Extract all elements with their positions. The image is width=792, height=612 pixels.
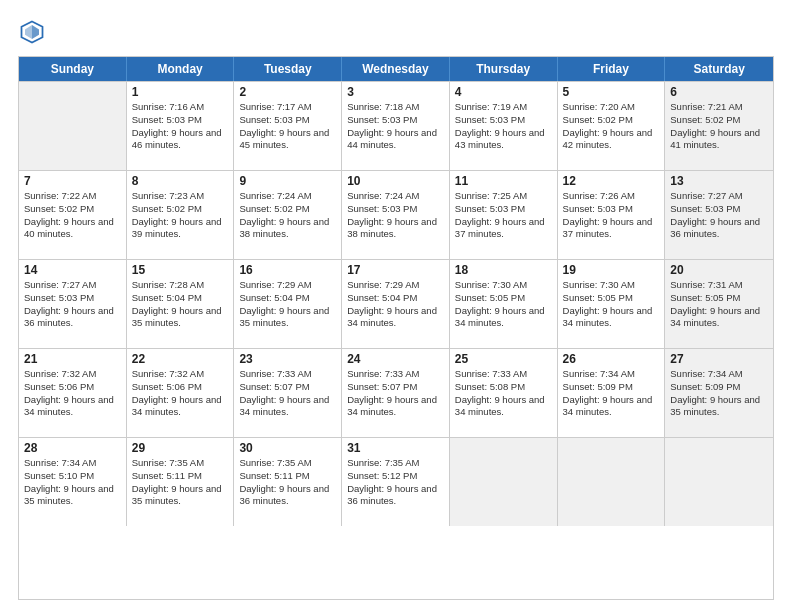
calendar-cell: 26Sunrise: 7:34 AM Sunset: 5:09 PM Dayli… [558, 349, 666, 437]
calendar-cell: 30Sunrise: 7:35 AM Sunset: 5:11 PM Dayli… [234, 438, 342, 526]
cell-info: Sunrise: 7:23 AM Sunset: 5:02 PM Dayligh… [132, 190, 229, 241]
cell-info: Sunrise: 7:32 AM Sunset: 5:06 PM Dayligh… [132, 368, 229, 419]
calendar-cell [558, 438, 666, 526]
cell-info: Sunrise: 7:21 AM Sunset: 5:02 PM Dayligh… [670, 101, 768, 152]
calendar-cell: 18Sunrise: 7:30 AM Sunset: 5:05 PM Dayli… [450, 260, 558, 348]
day-number: 14 [24, 263, 121, 277]
header-cell-friday: Friday [558, 57, 666, 81]
day-number: 21 [24, 352, 121, 366]
day-number: 6 [670, 85, 768, 99]
cell-info: Sunrise: 7:35 AM Sunset: 5:12 PM Dayligh… [347, 457, 444, 508]
day-number: 12 [563, 174, 660, 188]
day-number: 5 [563, 85, 660, 99]
cell-info: Sunrise: 7:32 AM Sunset: 5:06 PM Dayligh… [24, 368, 121, 419]
calendar-cell: 29Sunrise: 7:35 AM Sunset: 5:11 PM Dayli… [127, 438, 235, 526]
calendar-cell: 9Sunrise: 7:24 AM Sunset: 5:02 PM Daylig… [234, 171, 342, 259]
day-number: 30 [239, 441, 336, 455]
day-number: 20 [670, 263, 768, 277]
calendar-cell: 13Sunrise: 7:27 AM Sunset: 5:03 PM Dayli… [665, 171, 773, 259]
cell-info: Sunrise: 7:34 AM Sunset: 5:10 PM Dayligh… [24, 457, 121, 508]
cell-info: Sunrise: 7:30 AM Sunset: 5:05 PM Dayligh… [455, 279, 552, 330]
day-number: 24 [347, 352, 444, 366]
calendar-cell: 8Sunrise: 7:23 AM Sunset: 5:02 PM Daylig… [127, 171, 235, 259]
calendar-cell: 15Sunrise: 7:28 AM Sunset: 5:04 PM Dayli… [127, 260, 235, 348]
cell-info: Sunrise: 7:27 AM Sunset: 5:03 PM Dayligh… [670, 190, 768, 241]
cell-info: Sunrise: 7:25 AM Sunset: 5:03 PM Dayligh… [455, 190, 552, 241]
calendar-cell: 1Sunrise: 7:16 AM Sunset: 5:03 PM Daylig… [127, 82, 235, 170]
day-number: 15 [132, 263, 229, 277]
day-number: 19 [563, 263, 660, 277]
calendar-row-2: 14Sunrise: 7:27 AM Sunset: 5:03 PM Dayli… [19, 259, 773, 348]
day-number: 9 [239, 174, 336, 188]
cell-info: Sunrise: 7:18 AM Sunset: 5:03 PM Dayligh… [347, 101, 444, 152]
logo [18, 18, 50, 46]
calendar-cell: 25Sunrise: 7:33 AM Sunset: 5:08 PM Dayli… [450, 349, 558, 437]
cell-info: Sunrise: 7:27 AM Sunset: 5:03 PM Dayligh… [24, 279, 121, 330]
cell-info: Sunrise: 7:19 AM Sunset: 5:03 PM Dayligh… [455, 101, 552, 152]
calendar-header-row: SundayMondayTuesdayWednesdayThursdayFrid… [19, 57, 773, 81]
logo-icon [18, 18, 46, 46]
day-number: 1 [132, 85, 229, 99]
header-cell-thursday: Thursday [450, 57, 558, 81]
calendar-cell: 4Sunrise: 7:19 AM Sunset: 5:03 PM Daylig… [450, 82, 558, 170]
day-number: 16 [239, 263, 336, 277]
day-number: 27 [670, 352, 768, 366]
cell-info: Sunrise: 7:29 AM Sunset: 5:04 PM Dayligh… [239, 279, 336, 330]
calendar-cell: 27Sunrise: 7:34 AM Sunset: 5:09 PM Dayli… [665, 349, 773, 437]
cell-info: Sunrise: 7:35 AM Sunset: 5:11 PM Dayligh… [132, 457, 229, 508]
cell-info: Sunrise: 7:30 AM Sunset: 5:05 PM Dayligh… [563, 279, 660, 330]
cell-info: Sunrise: 7:24 AM Sunset: 5:02 PM Dayligh… [239, 190, 336, 241]
day-number: 29 [132, 441, 229, 455]
day-number: 7 [24, 174, 121, 188]
calendar: SundayMondayTuesdayWednesdayThursdayFrid… [18, 56, 774, 600]
calendar-cell [665, 438, 773, 526]
svg-marker-2 [25, 25, 32, 39]
cell-info: Sunrise: 7:22 AM Sunset: 5:02 PM Dayligh… [24, 190, 121, 241]
calendar-body: 1Sunrise: 7:16 AM Sunset: 5:03 PM Daylig… [19, 81, 773, 526]
cell-info: Sunrise: 7:34 AM Sunset: 5:09 PM Dayligh… [563, 368, 660, 419]
cell-info: Sunrise: 7:34 AM Sunset: 5:09 PM Dayligh… [670, 368, 768, 419]
day-number: 25 [455, 352, 552, 366]
calendar-cell: 14Sunrise: 7:27 AM Sunset: 5:03 PM Dayli… [19, 260, 127, 348]
header-cell-saturday: Saturday [665, 57, 773, 81]
cell-info: Sunrise: 7:31 AM Sunset: 5:05 PM Dayligh… [670, 279, 768, 330]
calendar-cell: 19Sunrise: 7:30 AM Sunset: 5:05 PM Dayli… [558, 260, 666, 348]
day-number: 31 [347, 441, 444, 455]
cell-info: Sunrise: 7:33 AM Sunset: 5:07 PM Dayligh… [347, 368, 444, 419]
calendar-cell: 6Sunrise: 7:21 AM Sunset: 5:02 PM Daylig… [665, 82, 773, 170]
cell-info: Sunrise: 7:35 AM Sunset: 5:11 PM Dayligh… [239, 457, 336, 508]
day-number: 4 [455, 85, 552, 99]
day-number: 11 [455, 174, 552, 188]
cell-info: Sunrise: 7:17 AM Sunset: 5:03 PM Dayligh… [239, 101, 336, 152]
calendar-cell: 28Sunrise: 7:34 AM Sunset: 5:10 PM Dayli… [19, 438, 127, 526]
header [18, 18, 774, 46]
calendar-cell [450, 438, 558, 526]
header-cell-sunday: Sunday [19, 57, 127, 81]
calendar-cell: 21Sunrise: 7:32 AM Sunset: 5:06 PM Dayli… [19, 349, 127, 437]
calendar-cell: 20Sunrise: 7:31 AM Sunset: 5:05 PM Dayli… [665, 260, 773, 348]
cell-info: Sunrise: 7:24 AM Sunset: 5:03 PM Dayligh… [347, 190, 444, 241]
calendar-cell: 17Sunrise: 7:29 AM Sunset: 5:04 PM Dayli… [342, 260, 450, 348]
calendar-row-0: 1Sunrise: 7:16 AM Sunset: 5:03 PM Daylig… [19, 81, 773, 170]
day-number: 10 [347, 174, 444, 188]
cell-info: Sunrise: 7:26 AM Sunset: 5:03 PM Dayligh… [563, 190, 660, 241]
day-number: 23 [239, 352, 336, 366]
header-cell-tuesday: Tuesday [234, 57, 342, 81]
day-number: 17 [347, 263, 444, 277]
calendar-page: SundayMondayTuesdayWednesdayThursdayFrid… [0, 0, 792, 612]
calendar-cell: 5Sunrise: 7:20 AM Sunset: 5:02 PM Daylig… [558, 82, 666, 170]
day-number: 3 [347, 85, 444, 99]
cell-info: Sunrise: 7:16 AM Sunset: 5:03 PM Dayligh… [132, 101, 229, 152]
svg-marker-1 [32, 25, 39, 39]
calendar-cell: 16Sunrise: 7:29 AM Sunset: 5:04 PM Dayli… [234, 260, 342, 348]
day-number: 26 [563, 352, 660, 366]
cell-info: Sunrise: 7:33 AM Sunset: 5:08 PM Dayligh… [455, 368, 552, 419]
cell-info: Sunrise: 7:29 AM Sunset: 5:04 PM Dayligh… [347, 279, 444, 330]
calendar-cell: 24Sunrise: 7:33 AM Sunset: 5:07 PM Dayli… [342, 349, 450, 437]
calendar-cell: 12Sunrise: 7:26 AM Sunset: 5:03 PM Dayli… [558, 171, 666, 259]
calendar-cell: 10Sunrise: 7:24 AM Sunset: 5:03 PM Dayli… [342, 171, 450, 259]
day-number: 22 [132, 352, 229, 366]
cell-info: Sunrise: 7:33 AM Sunset: 5:07 PM Dayligh… [239, 368, 336, 419]
calendar-cell: 31Sunrise: 7:35 AM Sunset: 5:12 PM Dayli… [342, 438, 450, 526]
calendar-row-4: 28Sunrise: 7:34 AM Sunset: 5:10 PM Dayli… [19, 437, 773, 526]
